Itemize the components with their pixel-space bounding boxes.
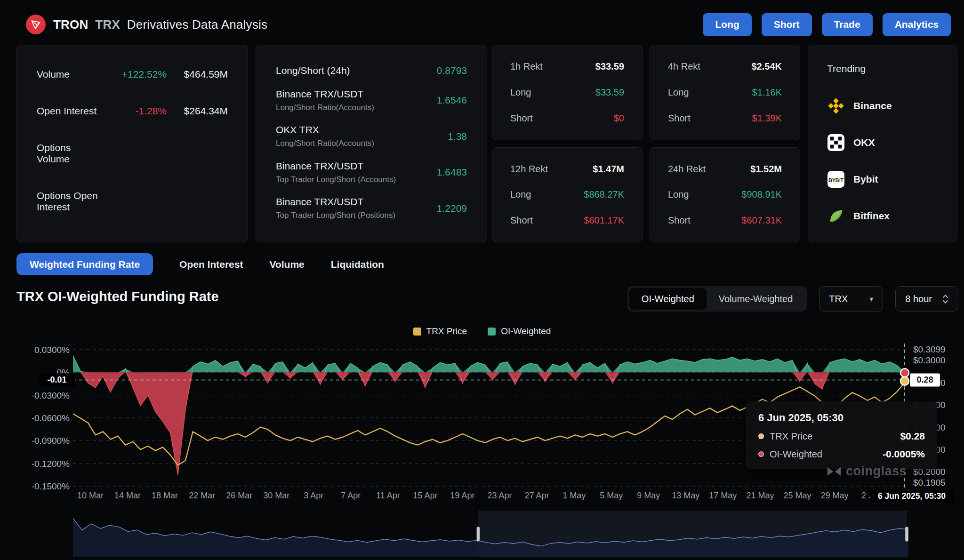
- svg-text:1 May: 1 May: [562, 491, 586, 500]
- rekt-title: 4h Rekt: [668, 61, 700, 72]
- header: TRON TRX Derivatives Data Analysis Long …: [26, 10, 951, 39]
- short-button[interactable]: Short: [762, 13, 812, 36]
- rekt-total: $1.52M: [750, 164, 782, 175]
- interval-select-value: 8 hour: [905, 294, 932, 304]
- analytics-button[interactable]: Analytics: [883, 13, 951, 36]
- tooltip-row-funding: OI-Weighted -0.0005%: [758, 448, 925, 460]
- stat-change: -1.28%: [101, 105, 167, 117]
- symbol-select[interactable]: TRX ▾: [819, 286, 883, 312]
- tab-volume[interactable]: Volume: [269, 259, 304, 270]
- stat-row-options-volume: Options Volume: [37, 142, 228, 165]
- section-title: TRX OI-Weighted Funding Rate: [16, 289, 219, 304]
- svg-text:30 Mar: 30 Mar: [263, 491, 289, 500]
- stepper-icon: [942, 295, 948, 304]
- tab-open-interest[interactable]: Open Interest: [179, 259, 243, 270]
- trade-button[interactable]: Trade: [822, 13, 873, 36]
- svg-text:10 Mar: 10 Mar: [77, 491, 104, 500]
- rekt-short-label: Short: [668, 113, 691, 124]
- svg-text:14 Mar: 14 Mar: [114, 491, 141, 500]
- tab-weighted-funding-rate[interactable]: Weighted Funding Rate: [16, 253, 153, 275]
- rekt-long-label: Long: [668, 189, 689, 200]
- rekt-title: 1h Rekt: [510, 61, 543, 72]
- legend-label: TRX Price: [426, 326, 467, 336]
- trending-item-bybit[interactable]: BYBIT Bybit: [827, 170, 938, 188]
- chart-navigator[interactable]: [73, 511, 908, 558]
- rekt-short-label: Short: [510, 113, 533, 124]
- ratio-row: Binance TRX/USDT Top Trader Long/Short (…: [276, 196, 467, 220]
- legend-trx-price[interactable]: TRX Price: [413, 326, 467, 336]
- toggle-volume-weighted[interactable]: Volume-Weighted: [707, 288, 805, 310]
- navigator-handle-right[interactable]: [905, 527, 908, 542]
- svg-text:27 Apr: 27 Apr: [525, 491, 549, 500]
- svg-text:-0.0300%: -0.0300%: [32, 391, 70, 400]
- trending-item-bitfinex[interactable]: Bitfinex: [827, 207, 938, 225]
- title-rest: Derivatives Data Analysis: [127, 17, 267, 32]
- rekt-short-value: $1.39K: [752, 113, 782, 124]
- rekt-total: $2.54K: [752, 61, 782, 72]
- svg-text:0.28: 0.28: [916, 375, 933, 384]
- ratio-value: 1.2209: [437, 203, 467, 214]
- long-short-ratios-card: Long/Short (24h) 0.8793 Binance TRX/USDT…: [256, 45, 487, 242]
- svg-text:17 May: 17 May: [709, 491, 737, 500]
- weighting-toggle: OI-Weighted Volume-Weighted: [627, 286, 807, 312]
- navigator-handle-left[interactable]: [476, 527, 480, 542]
- trending-card: Trending Binance OKX: [808, 45, 957, 242]
- rekt-long-value: $1.16K: [752, 87, 782, 98]
- yellow-dot-icon: [758, 433, 764, 439]
- svg-text:22 Mar: 22 Mar: [189, 491, 215, 500]
- long-button[interactable]: Long: [703, 13, 751, 36]
- trending-item-binance[interactable]: Binance: [827, 97, 938, 115]
- toggle-oi-weighted[interactable]: OI-Weighted: [629, 288, 707, 310]
- rekt-short-value: $0: [614, 113, 624, 124]
- svg-text:29 May: 29 May: [820, 491, 848, 500]
- tron-logo-icon: [26, 15, 46, 34]
- ratio-title: Binance TRX/USDT: [276, 88, 437, 100]
- svg-text:BYBIT: BYBIT: [828, 178, 844, 183]
- stat-value: $264.34M: [167, 105, 228, 117]
- svg-text:-0.01: -0.01: [47, 375, 66, 384]
- svg-text:-0.0600%: -0.0600%: [32, 413, 70, 423]
- rekt-total: $33.59: [595, 61, 624, 72]
- liquidation-rekt-grid: 1h Rekt$33.59 Long$33.59 Short$0 4h Rekt…: [492, 45, 800, 242]
- svg-text:18 Mar: 18 Mar: [152, 491, 178, 500]
- trending-item-okx[interactable]: OKX: [827, 134, 938, 152]
- trending-title: Trending: [827, 63, 938, 74]
- chart-legend: TRX Price OI-Weighted: [0, 326, 964, 336]
- svg-text:5 May: 5 May: [600, 491, 623, 500]
- bybit-icon: BYBIT: [827, 170, 845, 188]
- rekt-long-label: Long: [510, 87, 531, 98]
- rekt-total: $1.47M: [593, 164, 624, 175]
- rekt-title: 12h Rekt: [510, 164, 548, 175]
- coinglass-logo-icon: [827, 467, 841, 476]
- rekt-card-1h: 1h Rekt$33.59 Long$33.59 Short$0: [492, 45, 643, 140]
- ratio-subtitle: Top Trader Long/Short (Accounts): [276, 175, 437, 184]
- svg-text:-0.1200%: -0.1200%: [32, 459, 70, 469]
- rekt-short-label: Short: [668, 215, 691, 226]
- stat-change: +122.52%: [101, 69, 167, 80]
- stat-label: Open Interest: [37, 105, 101, 117]
- symbol-select-value: TRX: [829, 294, 848, 304]
- svg-text:6 Jun 2025, 05:30: 6 Jun 2025, 05:30: [878, 491, 946, 501]
- market-stats-card: Volume +122.52% $464.59M Open Interest -…: [16, 45, 248, 242]
- tooltip-date: 6 Jun 2025, 05:30: [758, 412, 925, 424]
- rekt-long-value: $868.27K: [584, 189, 624, 200]
- legend-oi-weighted[interactable]: OI-Weighted: [488, 326, 551, 336]
- page: TRON TRX Derivatives Data Analysis Long …: [0, 0, 964, 560]
- legend-swatch-green: [488, 328, 496, 336]
- stat-row-options-open-interest: Options Open Interest: [37, 190, 228, 213]
- red-dot-icon: [758, 451, 764, 457]
- tab-liquidation[interactable]: Liquidation: [331, 259, 384, 270]
- ratio-title: Binance TRX/USDT: [276, 160, 437, 172]
- ratio-value: 1.6483: [437, 167, 467, 178]
- svg-text:$0.3000: $0.3000: [913, 355, 946, 365]
- stat-label: Options Open Interest: [37, 190, 101, 213]
- trending-item-label: Bybit: [853, 174, 878, 185]
- ratio-subtitle: Top Trader Long/Short (Positions): [276, 211, 437, 220]
- ratio-value: 0.8793: [437, 65, 467, 76]
- svg-text:3 Apr: 3 Apr: [304, 491, 323, 500]
- svg-text:$0.3099: $0.3099: [913, 344, 946, 354]
- rekt-card-12h: 12h Rekt$1.47M Long$868.27K Short$601.17…: [492, 147, 643, 243]
- interval-select[interactable]: 8 hour: [895, 286, 958, 312]
- stat-label: Volume: [37, 69, 101, 80]
- rekt-long-label: Long: [510, 189, 531, 200]
